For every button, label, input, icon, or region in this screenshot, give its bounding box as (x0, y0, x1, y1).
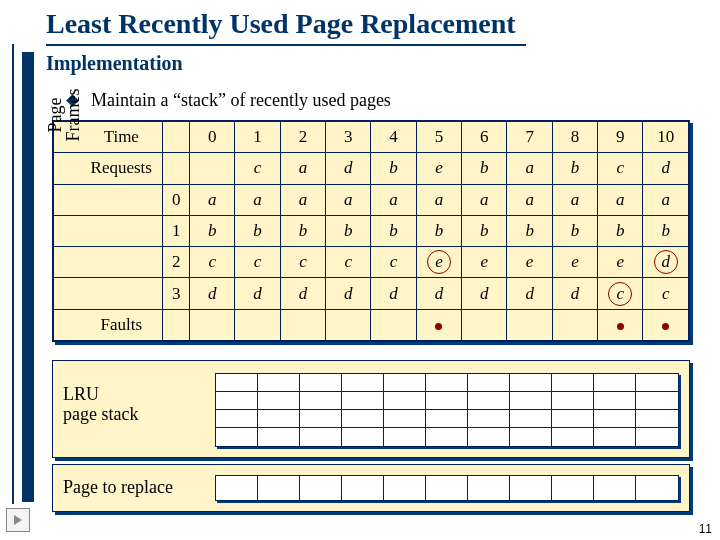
table-cell (54, 309, 81, 340)
stack-cell (300, 374, 342, 392)
table-cell: d (235, 278, 280, 309)
stack-cell (468, 392, 510, 410)
trace-table: Time012345678910Requestscadbebabcd0aaaaa… (53, 121, 689, 341)
table-cell: d (643, 247, 689, 278)
replace-cell (636, 476, 678, 500)
table-cell: a (416, 184, 461, 215)
table-cell: b (190, 215, 235, 246)
table-cell: d (462, 278, 507, 309)
table-cell: e (507, 247, 552, 278)
table-cell: c (598, 153, 643, 184)
subtitle: Implementation (46, 52, 183, 75)
stack-cell (426, 428, 468, 446)
replace-cell (468, 476, 510, 500)
stack-cell (216, 392, 258, 410)
table-cell: 0 (190, 122, 235, 153)
table-cell: 4 (371, 122, 416, 153)
table-cell: a (280, 153, 325, 184)
lru-stack-label-l2: page stack (63, 404, 138, 424)
table-cell (80, 215, 162, 246)
margin-rule-thick (22, 52, 34, 502)
table-cell (190, 309, 235, 340)
table-cell (80, 184, 162, 215)
table-cell: a (235, 184, 280, 215)
table-cell: c (326, 247, 371, 278)
table-cell: e (416, 247, 461, 278)
table-cell: a (280, 184, 325, 215)
table-cell: b (643, 215, 689, 246)
table-cell: b (235, 215, 280, 246)
requests-row: Requestscadbebabcd (54, 153, 689, 184)
table-cell (280, 309, 325, 340)
stack-cell (384, 428, 426, 446)
table-cell: 2 (163, 247, 190, 278)
table-cell: c (371, 247, 416, 278)
table-cell (507, 309, 552, 340)
table-cell: 10 (643, 122, 689, 153)
replace-cell (342, 476, 384, 500)
stack-cell (510, 428, 552, 446)
table-cell (552, 309, 597, 340)
play-icon[interactable] (6, 508, 30, 532)
table-cell: d (371, 278, 416, 309)
table-cell: 9 (598, 122, 643, 153)
table-cell: 1 (235, 122, 280, 153)
table-cell: b (371, 153, 416, 184)
stack-cell (636, 392, 678, 410)
stack-cell (426, 410, 468, 428)
stack-cell (468, 428, 510, 446)
stack-cell (468, 410, 510, 428)
stack-cell (216, 374, 258, 392)
table-cell (54, 215, 81, 246)
table-cell (643, 309, 689, 340)
stack-cell (636, 374, 678, 392)
lru-stack-grid (215, 373, 679, 447)
table-cell: a (190, 184, 235, 215)
stack-cell (258, 374, 300, 392)
table-cell: d (552, 278, 597, 309)
stack-cell (342, 392, 384, 410)
stack-cell (552, 374, 594, 392)
replace-grid (215, 475, 679, 501)
stack-cell (258, 392, 300, 410)
replace-label: Page to replace (63, 477, 173, 498)
stack-cell (552, 392, 594, 410)
replace-cell (216, 476, 258, 500)
table-cell: d (190, 278, 235, 309)
table-cell: Time (80, 122, 162, 153)
replace-cell (552, 476, 594, 500)
table-cell (80, 247, 162, 278)
table-cell: c (190, 247, 235, 278)
stack-cell (384, 410, 426, 428)
margin-rule-thin (12, 44, 14, 504)
stack-cell (342, 374, 384, 392)
table-cell: c (280, 247, 325, 278)
replace-cell (426, 476, 468, 500)
table-cell: b (326, 215, 371, 246)
replace-cell (300, 476, 342, 500)
table-cell: 8 (552, 122, 597, 153)
table-cell: 2 (280, 122, 325, 153)
table-cell: b (552, 153, 597, 184)
table-cell: c (235, 247, 280, 278)
table-cell: 5 (416, 122, 461, 153)
page-frame-row: 2ccccceeeeed (54, 247, 689, 278)
stack-cell (258, 410, 300, 428)
stack-cell (594, 410, 636, 428)
table-cell: b (416, 215, 461, 246)
slide: Least Recently Used Page Replacement Imp… (0, 0, 720, 540)
page-number: 11 (699, 522, 712, 536)
fault-dot-icon (435, 323, 442, 330)
table-cell: b (598, 215, 643, 246)
table-cell: e (552, 247, 597, 278)
bullet-icon (66, 94, 79, 107)
table-cell (80, 278, 162, 309)
table-cell (163, 122, 190, 153)
table-cell: 1 (163, 215, 190, 246)
bullet-text: Maintain a “stack” of recently used page… (91, 90, 391, 111)
replace-panel: Page to replace (52, 464, 690, 512)
stack-cell (510, 392, 552, 410)
stack-cell (300, 392, 342, 410)
stack-cell (594, 392, 636, 410)
table-cell: b (280, 215, 325, 246)
